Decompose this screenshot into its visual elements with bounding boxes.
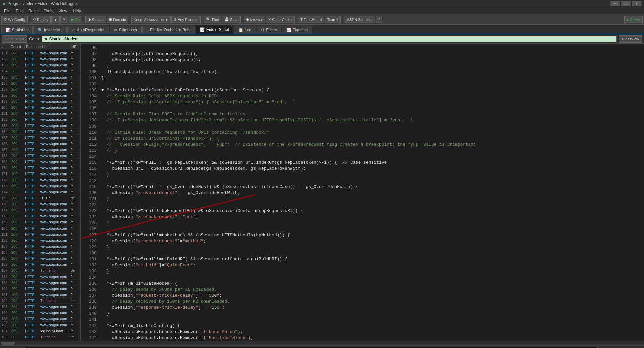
menu-edit[interactable]: Edit <box>13 8 26 14</box>
session-row[interactable]: 167 200 HTTP www.sogou.com /r <box>0 147 80 153</box>
session-row[interactable]: 173 200 HTTP www.sogou.com /r <box>0 183 80 189</box>
find-button[interactable]: 🔍 Find <box>204 16 221 23</box>
session-row[interactable]: 197 200 HTTP log.houyi.baofeng.net /r <box>0 328 80 334</box>
col-header-proto[interactable]: Protocol <box>25 44 41 50</box>
session-row[interactable]: 187 200 HTTP Tunnel to de <box>0 267 80 274</box>
stop-button[interactable]: ✕ <box>60 16 68 23</box>
text-wizard-button[interactable]: T TextWizard <box>298 16 324 23</box>
session-row[interactable]: 156 200 HTTP www.sogou.com /r <box>0 80 80 86</box>
session-row[interactable]: 162 200 HTTP www.sogou.com /r <box>0 116 80 122</box>
session-row[interactable]: 171 200 HTTP www.sogou.com /r <box>0 171 80 177</box>
col-header-result[interactable]: Result <box>9 44 25 50</box>
session-row[interactable]: 152 200 HTTP www.sogou.com /r <box>0 56 80 62</box>
tab-composer[interactable]: ✏ Composer <box>110 26 142 34</box>
menu-view[interactable]: View <box>56 8 70 14</box>
minimize-button[interactable]: ─ <box>610 1 620 6</box>
session-row[interactable]: 195 200 HTTP www.sogou.com /r <box>0 316 80 322</box>
session-row[interactable]: 174 200 HTTP www.sogou.com /r <box>0 189 80 195</box>
col-header-num[interactable]: # <box>0 44 9 50</box>
save-script-button[interactable]: Save Script <box>2 35 27 43</box>
session-row[interactable]: 194 200 HTTP www.sogou.com /r <box>0 310 80 316</box>
session-row[interactable]: 159 200 HTTP www.sogou.com /r <box>0 98 80 104</box>
msdn-button[interactable]: MSDN Search... <box>344 16 375 23</box>
tearoff-button[interactable]: Tearoff <box>325 16 340 23</box>
maximize-button[interactable]: □ <box>621 1 631 6</box>
session-row[interactable]: 155 200 HTTP www.sogou.com /r <box>0 74 80 80</box>
close-button[interactable]: ✕ <box>632 1 641 6</box>
session-row[interactable]: 196 200 HTTP www.sogou.com /r <box>0 322 80 328</box>
help-button[interactable]: ? <box>376 16 382 23</box>
stream-button[interactable]: ◑ Stream <box>85 16 106 23</box>
col-header-host[interactable]: Host <box>41 44 70 50</box>
bottom-scrollbar[interactable] <box>0 341 644 345</box>
session-row[interactable]: 180 200 HTTP www.sogou.com /r <box>0 225 80 231</box>
session-row[interactable]: 181 200 HTTP www.sogou.com /r <box>0 231 80 237</box>
session-row[interactable]: 192 200 HTTP Tunnel to im <box>0 298 80 304</box>
keep-button[interactable]: Keep: All sessions ▼ <box>131 16 171 23</box>
session-row[interactable]: 190 200 HTTP www.sogou.com /r <box>0 286 80 292</box>
session-row[interactable]: 175 200 HTTP HTTP de <box>0 195 80 201</box>
classview-button[interactable]: ClassView <box>619 35 642 43</box>
tab-bar: 📊 Statistics 🔍 Inspectors ↩ AutoResponde… <box>0 25 644 34</box>
session-row[interactable]: 184 200 HTTP www.sogou.com /r <box>0 249 80 255</box>
session-row[interactable]: 154 200 HTTP www.sogou.com /r <box>0 68 80 74</box>
winconfig-button[interactable]: ⚙ WinConfig <box>1 16 28 23</box>
tab-fiddlerscript[interactable]: 📝 FiddlerScript <box>196 26 233 34</box>
session-row[interactable]: 182 200 HTTP www.sogou.com /r <box>0 237 80 243</box>
session-row[interactable]: 193 200 HTTP www.sogou.com /r <box>0 304 80 310</box>
code-panel[interactable]: 9697989910010110210310410510610710810911… <box>81 44 644 341</box>
tab-statistics[interactable]: 📊 Statistics <box>1 26 33 34</box>
session-row[interactable]: 198 200 HTTP Tunnel to im <box>0 334 80 340</box>
tab-inspectors[interactable]: 🔍 Inspectors <box>33 26 67 34</box>
process-button[interactable]: ⊕ Any Process <box>171 16 201 23</box>
session-row[interactable]: 163 200 HTTP www.sogou.com /r <box>0 122 80 129</box>
session-row[interactable]: 185 200 HTTP www.sogou.com /r <box>0 255 80 261</box>
session-row[interactable]: 177 200 HTTP www.sogou.com /r <box>0 207 80 213</box>
session-row[interactable]: 183 200 HTTP www.sogou.com /r <box>0 243 80 249</box>
menu-help[interactable]: Help <box>70 8 84 14</box>
menu-tools[interactable]: Tools <box>41 8 56 14</box>
replay-dropdown[interactable]: ▼ <box>51 16 60 23</box>
menu-rules[interactable]: Rules <box>26 8 41 14</box>
menu-file[interactable]: File <box>1 8 13 14</box>
session-row[interactable]: 151 200 HTTP www.sogou.com /r <box>0 50 80 56</box>
session-row[interactable]: 186 200 HTTP www.sogou.com /r <box>0 261 80 267</box>
tab-fiddler-orchestra[interactable]: ♪ Fiddler Orchestra Beta <box>142 26 195 34</box>
session-row[interactable]: 160 200 HTTP www.sogou.com /r <box>0 104 80 110</box>
session-row[interactable]: 178 200 HTTP www.sogou.com /r <box>0 213 80 219</box>
session-row[interactable]: 199 200 HTTP Tunnel to im <box>0 340 80 341</box>
online-button[interactable]: ● Online <box>624 16 643 23</box>
save-button[interactable]: 💾 Save <box>222 16 241 23</box>
session-row[interactable]: 189 200 HTTP www.sogou.com /r <box>0 280 80 286</box>
tab-autoresponder[interactable]: ↩ AutoResponder <box>67 26 109 34</box>
goto-input[interactable] <box>42 36 617 42</box>
session-result: 200 <box>10 226 24 230</box>
decode-button[interactable]: ⊞ Decode <box>107 16 128 23</box>
session-row[interactable]: 170 200 HTTP www.sogou.com /r <box>0 165 80 171</box>
tab-log[interactable]: 📋 Log <box>234 26 256 34</box>
session-row[interactable]: 169 200 HTTP www.sogou.com /r <box>0 159 80 165</box>
session-row[interactable]: 164 200 HTTP www.sogou.com /r <box>0 129 80 135</box>
session-row[interactable]: 153 200 HTTP www.sogou.com /r <box>0 62 80 68</box>
session-row[interactable]: 157 200 HTTP www.sogou.com /r <box>0 86 80 92</box>
session-row[interactable]: 158 200 HTTP www.sogou.com /r <box>0 92 80 98</box>
session-row[interactable]: 188 200 HTTP www.sogou.com /r <box>0 274 80 280</box>
replay-button[interactable]: ↺ Replay <box>31 16 51 23</box>
session-row[interactable]: 168 200 HTTP www.sogou.com /r <box>0 153 80 159</box>
col-header-url[interactable]: URL <box>70 44 80 50</box>
go-button[interactable]: ▶ Go <box>69 16 82 23</box>
clear-cache-button[interactable]: ✕ Clear Cache <box>266 16 295 23</box>
session-row[interactable]: 172 200 HTTP www.sogou.com /r <box>0 177 80 183</box>
session-row[interactable]: 166 200 HTTP www.sogou.com /r <box>0 141 80 147</box>
scroll-thumb[interactable] <box>1 342 15 345</box>
session-row[interactable]: 165 200 HTTP www.sogou.com /r <box>0 135 80 141</box>
tab-timeline[interactable]: 📈 Timeline <box>282 26 312 34</box>
session-row[interactable]: 161 200 HTTP www.sogou.com /r <box>0 110 80 116</box>
session-num: 164 <box>0 130 10 134</box>
quickexec-input[interactable] <box>26 347 598 348</box>
tab-filters[interactable]: ⚙ Filters <box>257 26 281 34</box>
session-row[interactable]: 179 200 HTTP www.sogou.com /r <box>0 219 80 225</box>
session-row[interactable]: 176 200 HTTP www.sogou.com /r <box>0 201 80 207</box>
browse-button[interactable]: ⊕ Browse <box>244 16 265 23</box>
session-row[interactable]: 191 200 HTTP www.sogou.com /r <box>0 292 80 298</box>
